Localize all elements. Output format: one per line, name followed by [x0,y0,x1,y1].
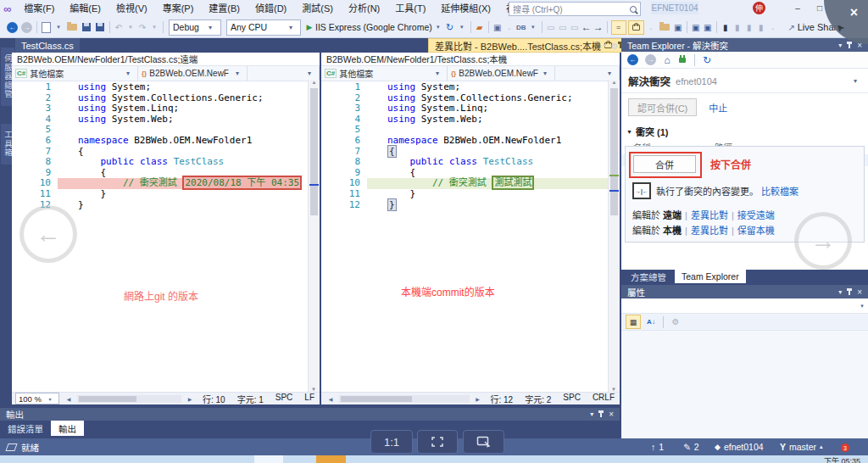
menu-item-0[interactable]: 檔案(F) [16,0,62,17]
incoming-commits-indicator[interactable]: ↑ 1 [651,438,664,455]
repository-indicator[interactable]: ◆ efnet0104 [715,438,764,455]
code-line[interactable]: 12} [321,200,609,211]
save-all-icon[interactable] [96,23,104,31]
local-type-dropdown[interactable]: {} B2BWeb.OEM.NewF▾ [448,66,555,81]
te-refresh-icon[interactable]: ↻ [701,53,713,67]
run-target-label[interactable]: IIS Express (Google Chrome) [315,22,432,32]
right-pane-view-icon[interactable]: ▣ [702,20,714,34]
new-project-dropdown[interactable]: ▾ [53,20,64,34]
remote-diff-link[interactable]: 差異比對 [691,210,728,220]
abort-link[interactable]: 中止 [709,101,727,114]
te-page-dropdown[interactable]: ▾ [849,75,861,88]
code-line[interactable]: 4using System.Web; [321,114,609,126]
screenshot-dropdown[interactable]: ⌄ [504,20,515,34]
code-line[interactable]: 11 } [12,189,309,200]
taskbar-item[interactable] [254,455,283,463]
account-chip[interactable]: EFNET0104 [651,2,698,14]
ignore-whitespace-toggle[interactable]: = [611,20,626,35]
menu-item-2[interactable]: 檢視(V) [108,0,155,17]
local-vertical-scrollbar[interactable]: ▲ ▼ [608,80,620,392]
code-line[interactable]: 6namespace B2BWeb.OEM.NewFolder1 [321,136,609,147]
prev-change-button[interactable]: ← [581,20,593,34]
hot-reload-icon[interactable]: ▰ [474,20,486,34]
local-member-dropdown[interactable]: ▾ [555,66,620,81]
panel-menu-dropdown[interactable]: ▾ [590,410,593,418]
bookmark-icon[interactable]: ▮ [720,20,732,34]
navigate-back-button[interactable]: ← [7,22,18,33]
remote-project-dropdown[interactable]: C# 其他檔案▾ [12,66,138,81]
branch-indicator[interactable]: Y master ▴ [780,438,823,455]
tab-output[interactable]: 輸出 [51,421,84,436]
viewer-next-arrow-overlay[interactable]: → [794,212,852,270]
save-icon[interactable] [82,23,91,31]
panel-close-icon[interactable]: × [857,287,862,297]
start-debug-icon[interactable]: ▶ [303,20,315,34]
menu-item-4[interactable]: 建置(B) [201,0,248,17]
local-project-dropdown[interactable]: C# 其他檔案▾ [321,66,448,81]
bookmark-dropdown[interactable]: ⌄ [767,20,779,34]
next-change-button[interactable]: → [593,20,604,34]
taskbar-item-active[interactable] [316,455,346,463]
menu-item-7[interactable]: 分析(N) [341,0,387,17]
db-tools-button[interactable]: DB [515,20,527,34]
panel-menu-dropdown[interactable]: ▾ [838,288,842,296]
tab-error-list[interactable]: 錯誤清單 [0,421,51,436]
viewer-prev-arrow-overlay[interactable]: ← [19,205,77,263]
categorized-view-icon[interactable]: ▦ [626,315,641,329]
local-horizontal-scrollbar[interactable] [339,395,470,403]
viewer-close-icon[interactable]: × [850,5,858,20]
db-tools-dropdown[interactable]: ▾ [527,20,539,34]
code-line[interactable]: 8 public class TestClass [12,157,309,168]
property-pages-wrench-icon[interactable]: ⚙ [670,315,682,329]
compare-files-link[interactable]: 比較檔案 [761,187,798,197]
uncomment-icon[interactable]: ▭ [557,20,569,34]
left-pane-view-icon[interactable]: ▣ [690,20,702,34]
properties-object-select[interactable]: ▾ [621,298,868,314]
code-line[interactable]: 10 // 衝突測試 測試測試 [321,178,609,189]
viewer-zoom-1-1-button[interactable]: 1:1 [370,430,413,454]
minimize-button[interactable]: – [787,0,809,16]
te-forward-button[interactable]: → [645,54,656,65]
panel-pin-icon[interactable] [849,289,850,295]
next-bookmark-icon[interactable]: ▮ [743,20,755,34]
screenshot-icon[interactable]: ▣ [492,20,504,34]
search-input[interactable]: 搜尋 (Ctrl+Q) [509,2,641,16]
clear-bookmarks-icon[interactable]: ▮ [755,20,767,34]
side-by-side-view-icon[interactable]: ▣ [672,20,684,34]
menu-item-3[interactable]: 專案(P) [155,0,202,17]
menu-item-5[interactable]: 偵錯(D) [248,0,294,17]
te-home-icon[interactable]: ⌂ [661,53,673,67]
local-code-editor[interactable]: 1using System;2using System.Collections.… [321,80,609,392]
code-line[interactable]: 8 public class TestClass [321,157,609,168]
run-target-dropdown[interactable]: ▾ [432,20,444,34]
refresh-dropdown[interactable]: ▾ [456,20,468,34]
new-project-icon[interactable] [42,22,51,33]
inline-view-icon[interactable] [659,24,670,31]
undo-button[interactable]: ↶ [113,20,125,34]
hscroll-right-icon[interactable]: ▶ [184,392,196,405]
menu-item-9[interactable]: 延伸模組(X) [433,0,498,17]
remote-zoom-select[interactable]: 100 %▾ [15,393,59,404]
keep-local-link[interactable]: 保留本機 [737,226,775,236]
merge-button[interactable]: 合併 [633,155,696,173]
solution-configuration-select[interactable]: Debug▾ [169,20,221,36]
tab-testclass[interactable]: TestClass.cs [15,38,80,53]
take-remote-link[interactable]: 接受遠端 [737,210,775,220]
navigate-forward-button[interactable]: → [21,22,32,33]
open-file-icon[interactable] [67,24,77,31]
menu-item-1[interactable]: 編輯(E) [62,0,108,17]
comment-icon[interactable]: ▭ [545,20,557,34]
code-line[interactable]: 11 } [321,189,609,200]
menu-item-8[interactable]: 工具(T) [387,0,433,17]
panel-menu-dropdown[interactable]: ▾ [838,42,842,49]
solution-platform-select[interactable]: Any CPU▾ [226,20,301,36]
viewer-edit-capture-button[interactable] [463,430,504,454]
hscroll-right-icon[interactable]: ▶ [472,392,484,405]
background-tasks-icon[interactable] [5,443,17,451]
undo-dropdown[interactable]: ▾ [125,20,136,34]
comment-toggle-icon[interactable]: ▭ [569,20,581,34]
tab-options-gear-icon[interactable]: ⚙ [609,39,620,53]
code-line[interactable]: 10 // 衝突測試 2020/08/18 下午 04:35 [12,178,309,189]
refresh-button[interactable]: ↻ [444,20,456,34]
local-diff-link[interactable]: 差異比對 [691,226,728,236]
